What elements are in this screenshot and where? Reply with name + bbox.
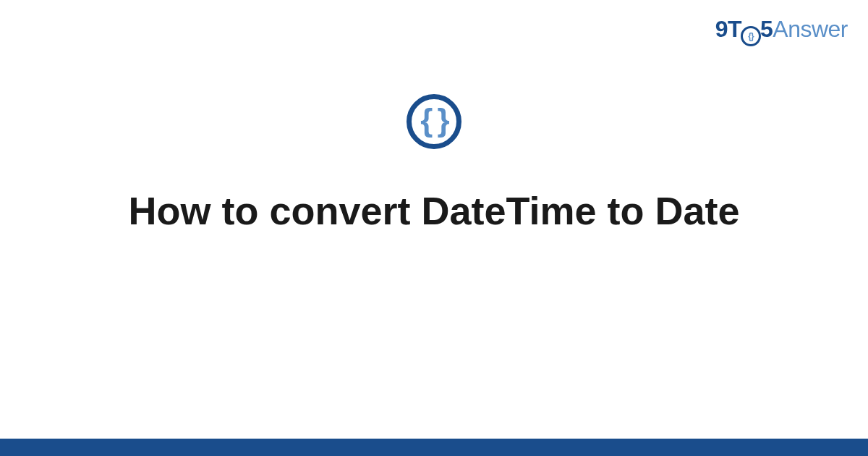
braces-glyph: { } <box>420 104 447 136</box>
page-title: How to convert DateTime to Date <box>0 188 868 233</box>
brand-prefix: 9T <box>715 16 741 42</box>
footer-bar <box>0 439 868 456</box>
brand-num5: 5 <box>760 16 773 42</box>
brand-suffix: Answer <box>773 16 848 42</box>
brand-logo: 9T5Answer <box>715 16 848 46</box>
brand-o-icon <box>741 26 761 46</box>
code-braces-icon: { } <box>407 94 461 149</box>
